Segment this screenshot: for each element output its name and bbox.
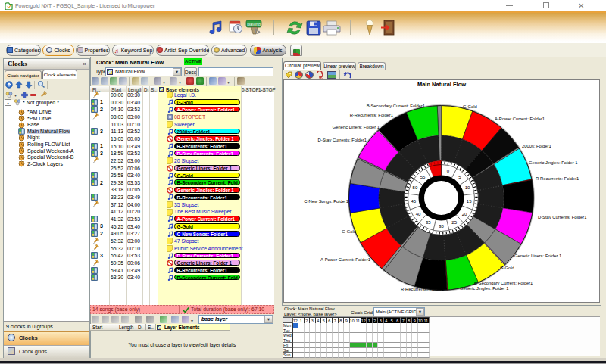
svg-text:A-Power Current: Folder1: A-Power Current: Folder1	[495, 117, 545, 121]
svg-text:A-Power Current: Folder1: A-Power Current: Folder1	[320, 257, 370, 262]
svg-text:G-Gold: G-Gold	[500, 266, 514, 270]
svg-text:playing: playing	[247, 22, 260, 26]
svg-text:D-Stay Currents: Folder1: D-Stay Currents: Folder1	[318, 138, 367, 142]
svg-text:C-New Songs: Folder1: C-New Songs: Folder1	[304, 199, 348, 204]
svg-text:B-Secondary Current: Folder1: B-Secondary Current: Folder1	[474, 281, 533, 285]
svg-text:G-Gold: G-Gold	[342, 229, 356, 234]
svg-text:R-Recurrents: Folder1: R-Recurrents: Folder1	[536, 176, 579, 181]
svg-text:R-Recurrents: Folder1: R-Recurrents: Folder1	[350, 113, 393, 117]
svg-text:55: 55	[420, 175, 426, 179]
svg-text:R-Recurrents: Folder1: R-Recurrents: Folder1	[401, 287, 444, 291]
svg-text:35: 35	[426, 220, 431, 225]
svg-text:45: 45	[411, 199, 416, 204]
svg-text:20: 20	[462, 212, 467, 216]
svg-text:B-Secondary Current: Folder1: B-Secondary Current: Folder1	[367, 104, 425, 108]
svg-text:25: 25	[451, 220, 457, 225]
svg-text:Generic Liners: Folder 1: Generic Liners: Folder 1	[514, 254, 561, 258]
svg-text:10: 10	[465, 185, 470, 190]
svg-text:2000s: Folder1: 2000s: Folder1	[522, 144, 551, 148]
svg-text:30: 30	[439, 224, 444, 229]
svg-text:50: 50	[413, 185, 418, 190]
svg-text:40: 40	[416, 212, 421, 216]
svg-text:D-Stay Currents: Folder1: D-Stay Currents: Folder1	[538, 215, 586, 219]
svg-text:Generic Jingles: Folder 1: Generic Jingles: Folder 1	[460, 286, 508, 291]
svg-text:G-Gold: G-Gold	[463, 104, 477, 109]
svg-text:Generic Jingles: Folder 1: Generic Jingles: Folder 1	[529, 160, 577, 165]
svg-text:Generic Liners: Folder 1: Generic Liners: Folder 1	[333, 125, 380, 129]
svg-text:15: 15	[467, 199, 472, 204]
